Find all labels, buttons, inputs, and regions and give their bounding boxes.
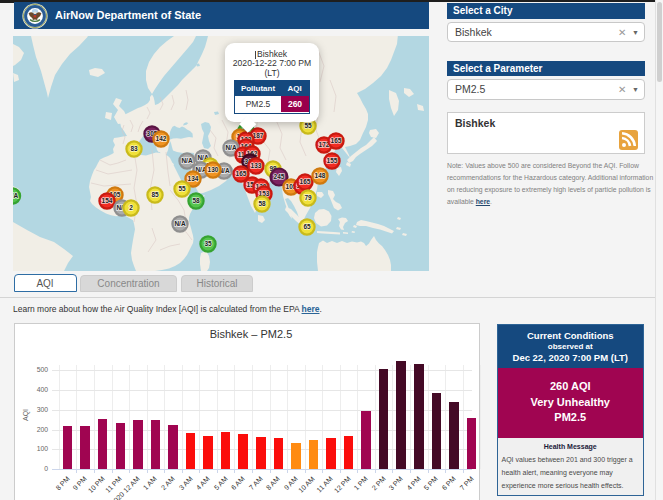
svg-text:165: 165 [300, 178, 311, 185]
svg-text:58: 58 [192, 197, 200, 204]
svg-text:79: 79 [304, 194, 312, 201]
svg-text:55: 55 [304, 122, 312, 129]
svg-text:245: 245 [274, 173, 285, 180]
svg-text:N/A: N/A [174, 220, 186, 227]
svg-text:55: 55 [178, 185, 186, 192]
svg-text:133: 133 [251, 162, 262, 169]
svg-text:148: 148 [315, 172, 326, 179]
svg-text:142: 142 [156, 135, 167, 142]
svg-text:58: 58 [258, 200, 266, 207]
svg-text:154: 154 [102, 197, 113, 204]
svg-text:85: 85 [151, 191, 159, 198]
svg-text:155: 155 [327, 157, 338, 164]
svg-text:165: 165 [236, 170, 247, 177]
svg-text:35: 35 [204, 240, 212, 247]
svg-text:65: 65 [303, 223, 311, 230]
svg-text:134: 134 [188, 175, 199, 182]
svg-text:N/A: N/A [225, 144, 237, 151]
svg-text:N/A: N/A [13, 192, 18, 199]
svg-text:2: 2 [129, 204, 133, 211]
svg-text:165: 165 [331, 137, 342, 144]
svg-text:130: 130 [208, 166, 219, 173]
svg-text:83: 83 [130, 145, 138, 152]
svg-text:N/A: N/A [181, 157, 193, 164]
